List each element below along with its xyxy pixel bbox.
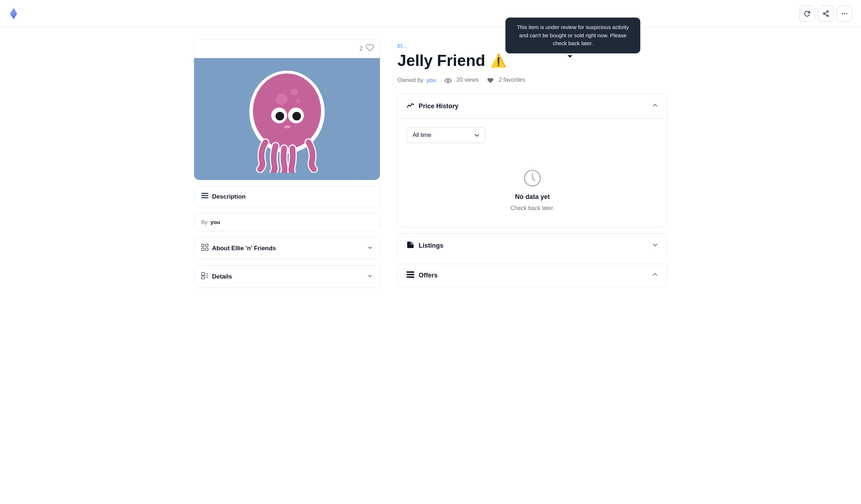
svg-point-6: [844, 13, 845, 14]
svg-rect-22: [206, 244, 208, 247]
clock-icon: [523, 169, 542, 189]
about-chevron: [367, 245, 373, 252]
views-count: 20 views: [444, 76, 479, 84]
svg-point-30: [447, 80, 449, 81]
offers-header[interactable]: Offers: [398, 264, 667, 287]
top-bar: [0, 0, 861, 28]
refresh-button[interactable]: [799, 6, 815, 22]
like-count: 2: [359, 46, 363, 52]
svg-rect-26: [202, 276, 204, 279]
price-history-title: Price History: [406, 101, 458, 111]
price-history-icon: [406, 101, 414, 111]
right-column: This item is under review for suspicious…: [397, 39, 667, 293]
owned-by-text: Owned by you: [397, 77, 436, 84]
listings-chevron: [652, 242, 658, 250]
nft-image-container: 2: [194, 39, 380, 180]
svg-rect-18: [201, 193, 208, 194]
breadcrumb-link[interactable]: El...: [397, 43, 407, 49]
price-history-section: Price History All time: [397, 94, 667, 228]
details-icon: [201, 272, 208, 281]
offers-title: Offers: [406, 271, 438, 280]
svg-point-12: [295, 99, 300, 104]
svg-point-16: [292, 112, 301, 120]
top-bar-right: [799, 6, 852, 22]
svg-line-3: [825, 14, 827, 15]
meta-row: Owned by you 20 views 2 fa: [397, 76, 667, 84]
offers-section: Offers: [397, 264, 667, 287]
warning-icon: ⚠️: [490, 53, 507, 68]
svg-point-5: [842, 13, 843, 14]
description-section: Description: [194, 186, 380, 207]
svg-rect-17: [284, 125, 290, 128]
listings-section: Listings: [397, 233, 667, 258]
top-bar-left: [9, 9, 19, 19]
favorites-icon: [487, 76, 495, 84]
listings-header[interactable]: Listings: [398, 234, 667, 258]
svg-point-9: [253, 73, 321, 149]
price-history-body: All time No data yet Check back later.: [398, 118, 667, 227]
details-chevron: [367, 273, 373, 280]
about-title: About Ellie 'n' Friends: [201, 244, 276, 253]
listings-title: Listings: [406, 241, 443, 251]
about-header[interactable]: About Ellie 'n' Friends: [194, 237, 380, 259]
about-icon: [201, 244, 208, 253]
listings-icon: [406, 241, 414, 251]
by-line: By you: [194, 213, 380, 231]
price-history-chevron: [652, 102, 658, 110]
nft-image-header: 2: [194, 39, 380, 58]
favorites-count: 2 favorites: [487, 76, 525, 84]
no-data-title: No data yet: [515, 193, 550, 201]
svg-point-10: [276, 94, 287, 105]
details-header[interactable]: Details: [194, 266, 380, 287]
details-title: Details: [201, 272, 232, 281]
svg-rect-34: [406, 276, 414, 278]
share-button[interactable]: [818, 6, 834, 22]
review-tooltip: This item is under review for suspicious…: [505, 18, 640, 53]
svg-point-11: [291, 89, 298, 96]
price-history-header[interactable]: Price History: [398, 94, 667, 118]
svg-rect-24: [206, 248, 208, 251]
eth-icon: [9, 9, 19, 19]
svg-rect-20: [201, 197, 208, 198]
svg-line-4: [825, 12, 827, 13]
svg-point-7: [846, 13, 847, 14]
more-button[interactable]: [837, 6, 852, 22]
details-section: Details: [194, 265, 380, 288]
svg-rect-21: [202, 244, 204, 247]
svg-rect-33: [406, 274, 414, 275]
svg-rect-19: [201, 195, 208, 196]
svg-rect-23: [202, 248, 204, 251]
by-line-card: By you: [194, 213, 380, 231]
offers-chevron: [652, 271, 658, 280]
no-data-state: No data yet Check back later.: [406, 154, 658, 219]
offers-icon: [406, 271, 414, 280]
views-icon: [444, 76, 453, 84]
about-section: About Ellie 'n' Friends: [194, 237, 380, 260]
left-column: 2: [194, 39, 380, 293]
svg-rect-25: [202, 272, 204, 275]
item-title: Jelly Friend: [397, 52, 485, 69]
description-header[interactable]: Description: [194, 186, 380, 207]
item-title-row: Jelly Friend ⚠️: [397, 52, 667, 69]
nft-artwork: [194, 58, 380, 180]
time-range-dropdown[interactable]: All time: [406, 127, 485, 143]
like-button[interactable]: [366, 44, 374, 54]
description-icon: [201, 193, 208, 200]
no-data-subtitle: Check back later.: [511, 205, 555, 211]
svg-rect-32: [406, 271, 414, 273]
description-title: Description: [201, 193, 246, 200]
owner-link[interactable]: you: [427, 77, 436, 83]
main-content: 2: [179, 28, 682, 304]
svg-point-15: [276, 112, 284, 120]
